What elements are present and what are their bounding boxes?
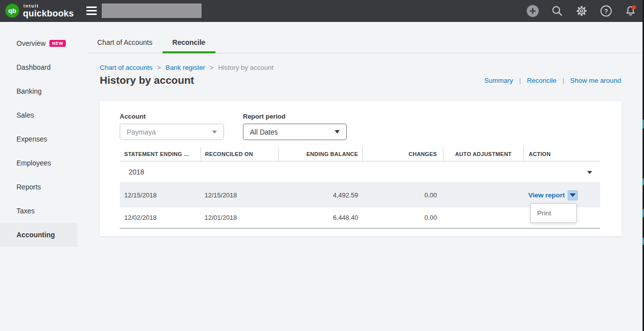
chevron-down-icon — [212, 131, 217, 134]
cell-statement-ending: 12/15/2018 — [120, 183, 201, 207]
brand-wordmark: intuit quickbooks — [23, 4, 74, 18]
left-nav-sidebar: Overview NEW Dashboard Banking Sales Exp… — [0, 22, 77, 331]
sidebar-item-taxes[interactable]: Taxes — [0, 199, 77, 223]
breadcrumb-chart-of-accounts[interactable]: Chart of accounts — [100, 64, 153, 71]
tab-reconcile[interactable]: Reconcile — [163, 22, 215, 53]
cell-ending-balance: 4,492.59 — [278, 183, 362, 207]
sidebar-item-banking[interactable]: Banking — [0, 79, 77, 103]
page-title: History by account — [100, 74, 194, 86]
main-content: Chart of Accounts Reconcile Chart of acc… — [77, 22, 644, 331]
collapse-caret-icon[interactable] — [587, 171, 592, 174]
report-period-label: Report period — [243, 113, 285, 120]
reconcile-history-table: STATEMENT ENDING ... RECONCILED ON ENDIN… — [120, 147, 600, 229]
cell-changes: 0.00 — [362, 207, 443, 228]
cell-ending-balance: 6,448.40 — [278, 207, 362, 228]
sidebar-item-expenses[interactable]: Expenses — [0, 127, 77, 151]
cell-auto-adjustment — [443, 207, 523, 228]
quickbooks-app: qb intuit quickbooks — [0, 0, 644, 331]
sidebar-item-reports[interactable]: Reports — [0, 175, 77, 199]
sidebar-item-employees[interactable]: Employees — [0, 151, 77, 175]
reconcile-link[interactable]: Reconcile — [527, 77, 556, 84]
table-row: 12/15/2018 12/15/2018 4,492.59 0.00 View… — [120, 183, 600, 207]
sidebar-label: Overview — [16, 39, 45, 47]
account-label: Account — [120, 113, 146, 120]
col-header-action: ACTION — [523, 147, 600, 161]
year-group-row-2018[interactable]: 2018 — [120, 162, 600, 183]
gear-icon[interactable] — [575, 4, 588, 17]
account-select-value: Paymaya — [127, 128, 156, 136]
view-report-link[interactable]: View report — [528, 191, 565, 199]
summary-link[interactable]: Summary — [484, 77, 513, 84]
group-label: 2018 — [129, 168, 144, 176]
tab-chart-of-accounts[interactable]: Chart of Accounts — [87, 22, 163, 53]
sidebar-item-accounting[interactable]: Accounting — [0, 223, 77, 247]
action-dropdown-button[interactable] — [568, 190, 578, 200]
top-nav-bar: qb intuit quickbooks — [0, 0, 644, 22]
svg-text:qb: qb — [8, 7, 16, 14]
company-name-redacted-block — [102, 3, 202, 18]
table-row: 12/02/2018 12/01/2018 6,448.40 0.00 — [120, 207, 600, 229]
cell-changes: 0.00 — [362, 183, 443, 207]
col-header-statement-ending: STATEMENT ENDING ... — [120, 147, 201, 161]
cell-reconciled-on: 12/01/2018 — [201, 207, 278, 228]
page-action-links: Summary | Reconcile | Show me around — [484, 77, 621, 84]
breadcrumb-bank-register[interactable]: Bank register — [166, 64, 206, 71]
sidebar-item-sales[interactable]: Sales — [0, 103, 77, 127]
col-header-ending-balance: ENDING BALANCE — [278, 147, 362, 161]
quickbooks-logo[interactable]: qb intuit quickbooks — [5, 3, 74, 18]
table-header-row: STATEMENT ENDING ... RECONCILED ON ENDIN… — [120, 147, 600, 162]
reconcile-history-card: Account Paymaya Report period All Dates … — [100, 101, 622, 236]
qb-logo-icon: qb — [5, 3, 19, 18]
report-period-select[interactable]: All Dates — [243, 124, 347, 140]
show-me-around-link[interactable]: Show me around — [570, 77, 621, 84]
hamburger-menu-icon[interactable] — [86, 6, 97, 15]
breadcrumb: Chart of accounts > Bank register > Hist… — [100, 64, 273, 71]
col-header-reconciled-on: RECONCILED ON — [201, 147, 278, 161]
cell-auto-adjustment — [443, 183, 523, 207]
sidebar-item-overview[interactable]: Overview NEW — [0, 31, 77, 55]
search-icon[interactable] — [551, 4, 564, 17]
col-header-auto-adjustment: AUTO ADJUSTMENT — [443, 147, 523, 161]
breadcrumb-separator: > — [157, 64, 161, 71]
cell-statement-ending: 12/02/2018 — [120, 207, 201, 228]
notifications-bell-icon[interactable] — [624, 4, 637, 17]
col-header-changes: CHANGES — [362, 147, 443, 161]
dropdown-arrow-icon — [570, 193, 576, 197]
notification-dot — [632, 5, 637, 9]
create-plus-icon[interactable] — [526, 4, 539, 17]
help-icon[interactable]: ? — [600, 4, 613, 17]
svg-text:?: ? — [604, 7, 608, 15]
chevron-down-icon — [335, 130, 340, 134]
sidebar-item-dashboard[interactable]: Dashboard — [0, 55, 77, 79]
breadcrumb-current: History by account — [218, 64, 273, 71]
account-select[interactable]: Paymaya — [120, 124, 224, 140]
top-icon-group: ? — [526, 4, 637, 17]
report-period-select-value: All Dates — [250, 128, 278, 136]
action-dropdown-menu: Print — [530, 203, 577, 223]
tab-bar: Chart of Accounts Reconcile — [87, 22, 644, 53]
breadcrumb-separator: > — [210, 64, 214, 71]
menu-item-print[interactable]: Print — [531, 204, 576, 222]
cell-reconciled-on: 12/15/2018 — [201, 183, 278, 207]
new-badge: NEW — [49, 40, 66, 47]
